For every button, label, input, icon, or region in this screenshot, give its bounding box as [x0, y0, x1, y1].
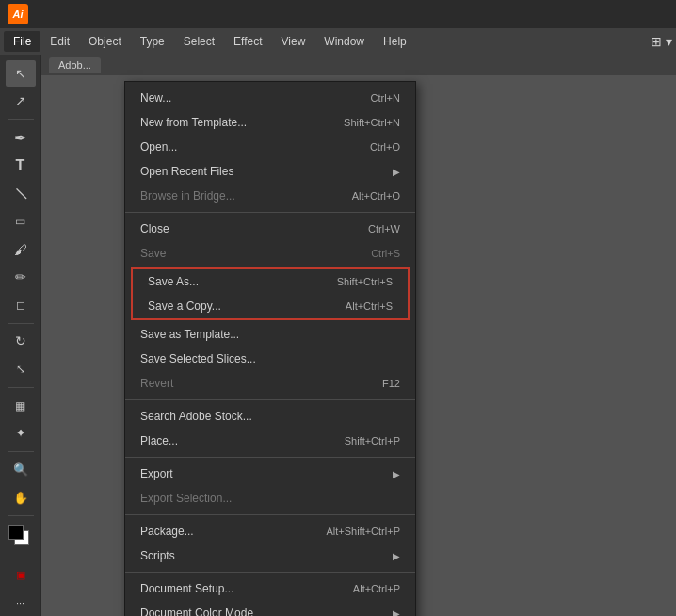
- menu-bar-right: ⊞ ▾: [651, 34, 672, 49]
- menu-item-save-as[interactable]: Save As... Shift+Ctrl+S: [133, 269, 408, 294]
- tool-eyedropper[interactable]: ✦: [6, 420, 36, 446]
- menu-item-package[interactable]: Package... Alt+Shift+Ctrl+P: [125, 519, 415, 543]
- menu-file[interactable]: File: [4, 31, 40, 52]
- menu-effect[interactable]: Effect: [224, 31, 271, 52]
- divider-4: [125, 514, 415, 515]
- menu-item-open[interactable]: Open... Ctrl+O: [125, 135, 415, 159]
- tool-selection[interactable]: ↖: [6, 60, 36, 87]
- menu-object[interactable]: Object: [79, 31, 131, 52]
- menu-item-export[interactable]: Export ▶: [125, 462, 415, 486]
- menu-item-open-recent[interactable]: Open Recent Files ▶: [125, 159, 415, 184]
- sidebar: ↖ ↗ ✒ T | ▭ 🖌 ✏ ◻ ↻ ⤡ ▦ ✦ 🔍 ✋ ▣ ···: [0, 55, 41, 616]
- menu-item-place[interactable]: Place... Shift+Ctrl+P: [125, 429, 415, 453]
- divider-5: [125, 572, 415, 573]
- canvas-header: Adob...: [41, 55, 676, 75]
- divider-2: [125, 399, 415, 400]
- menu-item-search-stock[interactable]: Search Adobe Stock...: [125, 404, 415, 429]
- tool-line[interactable]: |: [0, 173, 40, 213]
- divider-3: [125, 457, 415, 458]
- menu-item-revert: Revert F12: [125, 371, 415, 396]
- divider-1: [125, 212, 415, 213]
- menu-item-new[interactable]: New... Ctrl+N: [125, 86, 415, 110]
- menu-window[interactable]: Window: [314, 31, 374, 52]
- highlighted-save-group: Save As... Shift+Ctrl+S Save a Copy... A…: [131, 267, 410, 320]
- sidebar-divider-5: [8, 515, 34, 516]
- tool-direct-selection[interactable]: ↗: [6, 89, 36, 115]
- tool-zoom[interactable]: 🔍: [6, 457, 36, 483]
- color-selector[interactable]: [8, 525, 33, 549]
- menu-item-browse-bridge: Browse in Bridge... Alt+Ctrl+O: [125, 184, 415, 208]
- tool-hand[interactable]: ✋: [6, 485, 36, 511]
- tool-scale[interactable]: ⤡: [6, 356, 36, 382]
- menu-help[interactable]: Help: [374, 31, 416, 52]
- menu-item-new-template[interactable]: New from Template... Shift+Ctrl+N: [125, 110, 415, 135]
- tool-paintbrush[interactable]: 🖌: [6, 236, 36, 263]
- menu-view[interactable]: View: [272, 31, 315, 52]
- sidebar-divider-2: [8, 323, 34, 324]
- canvas-tab[interactable]: Adob...: [49, 57, 101, 73]
- tool-rectangle[interactable]: ▭: [6, 208, 36, 235]
- tool-rotate[interactable]: ↻: [6, 329, 36, 355]
- menu-item-close[interactable]: Close Ctrl+W: [125, 217, 415, 241]
- sidebar-divider-3: [8, 387, 34, 388]
- title-bar: Ai: [0, 0, 676, 28]
- menu-item-save-copy[interactable]: Save a Copy... Alt+Ctrl+S: [133, 294, 408, 318]
- tool-pencil[interactable]: ✏: [6, 264, 36, 290]
- menu-item-save-template[interactable]: Save as Template...: [125, 322, 415, 347]
- tool-gradient[interactable]: ▦: [6, 393, 36, 419]
- main-layout: ↖ ↗ ✒ T | ▭ 🖌 ✏ ◻ ↻ ⤡ ▦ ✦ 🔍 ✋ ▣ ··· Adob…: [0, 55, 676, 616]
- menu-item-doc-setup[interactable]: Document Setup... Alt+Ctrl+P: [125, 576, 415, 601]
- menu-edit[interactable]: Edit: [40, 31, 79, 52]
- canvas-area: Adob... New... Ctrl+N New from Template.…: [41, 55, 676, 616]
- menu-select[interactable]: Select: [174, 31, 224, 52]
- grid-icon: ⊞: [651, 34, 662, 49]
- dropdown-arrow-icon: ▾: [666, 34, 672, 49]
- menu-item-export-selection: Export Selection...: [125, 486, 415, 511]
- menu-item-doc-color-mode[interactable]: Document Color Mode ▶: [125, 601, 415, 616]
- tool-artboard[interactable]: ▣: [6, 562, 36, 589]
- menu-bar: File Edit Object Type Select Effect View…: [0, 28, 676, 55]
- fill-black-box: [8, 525, 24, 540]
- ai-logo: Ai: [8, 4, 28, 24]
- file-dropdown-menu: New... Ctrl+N New from Template... Shift…: [124, 81, 416, 616]
- sidebar-divider-1: [8, 119, 34, 120]
- menu-item-save: Save Ctrl+S: [125, 241, 415, 266]
- sidebar-divider-4: [8, 451, 34, 452]
- tool-pen[interactable]: ✒: [6, 124, 36, 151]
- tool-eraser[interactable]: ◻: [6, 292, 36, 318]
- menu-item-save-slices[interactable]: Save Selected Slices...: [125, 347, 415, 371]
- menu-type[interactable]: Type: [131, 31, 174, 52]
- tool-extra[interactable]: ···: [6, 590, 36, 616]
- menu-item-scripts[interactable]: Scripts ▶: [125, 543, 415, 568]
